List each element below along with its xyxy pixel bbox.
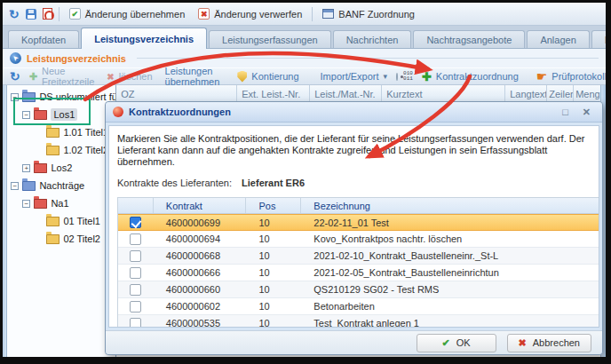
tab-anlagen[interactable]: Anlagen bbox=[527, 30, 589, 49]
collapse-icon[interactable]: − bbox=[11, 182, 19, 190]
tree-item-na-titel1[interactable]: 01 Titel1 bbox=[7, 212, 115, 230]
pdf-export-icon[interactable] bbox=[43, 8, 52, 20]
tree-item-na-titel2[interactable]: 02 Titel2 bbox=[7, 230, 115, 248]
column-header-langtext[interactable]: Langtext bbox=[505, 85, 547, 102]
tab-leistungserfassungen[interactable]: Leistungserfassungen bbox=[209, 30, 331, 49]
dialog-footer: ✔ OK ✖ Abbrechen bbox=[106, 330, 602, 354]
cell-pos: 10 bbox=[246, 218, 301, 228]
table-row[interactable]: 4600000694 10 Kovo_Kontraktpos nachtr. l… bbox=[118, 231, 599, 248]
collapse-icon[interactable]: − bbox=[22, 200, 30, 208]
collapse-icon[interactable]: − bbox=[11, 93, 19, 101]
folder-icon bbox=[46, 146, 60, 155]
row-checkbox[interactable] bbox=[130, 284, 141, 296]
cell-kontrakt: 4600000668 bbox=[154, 250, 247, 261]
cancel-button[interactable]: ✖ Abbrechen bbox=[507, 334, 591, 352]
dialog-description: Markieren Sie alle Kontraktpositionen, d… bbox=[117, 133, 591, 168]
tree-item-los2[interactable]: + Los2 bbox=[7, 159, 115, 177]
kontierung-button[interactable]: Kontierung bbox=[234, 69, 302, 84]
cell-bezeichnung: QS210129 SG02 - Test RMS bbox=[301, 284, 599, 295]
expand-icon[interactable]: + bbox=[22, 164, 30, 172]
kontierung-label: Kontierung bbox=[251, 71, 298, 82]
tree-item-label: 02 Titel2 bbox=[63, 233, 100, 244]
column-header-pos[interactable]: Pos bbox=[246, 198, 301, 213]
maximize-icon[interactable]: □ bbox=[558, 107, 573, 117]
tree-item-los1[interactable]: − Los1 bbox=[7, 106, 115, 123]
supplier-line: Kontrakte des Lieferanten: Lieferant ER6 bbox=[117, 178, 591, 188]
cell-pos: 10 bbox=[246, 233, 301, 244]
ok-button[interactable]: ✔ OK bbox=[417, 334, 496, 352]
import-export-menu[interactable]: Import/Export ▾ bbox=[317, 69, 392, 83]
banf-assignment-label: BANF Zuordnung bbox=[338, 9, 415, 20]
refresh-icon[interactable]: ↻ bbox=[10, 71, 20, 82]
folder-icon bbox=[46, 217, 60, 226]
kontraktzuordnung-button[interactable]: ✚ Kontraktzuordnung bbox=[418, 68, 522, 85]
close-icon[interactable]: ✕ bbox=[578, 107, 595, 118]
tab-leistungsverzeichnis[interactable]: Leistungsverzeichnis bbox=[81, 28, 207, 49]
row-checkbox[interactable] bbox=[130, 267, 141, 279]
tree-item-na1[interactable]: − Na1 bbox=[7, 194, 115, 212]
collapse-icon[interactable]: − bbox=[22, 111, 30, 119]
delete-button[interactable]: ✖ löschen bbox=[103, 69, 155, 83]
dialog-title: Kontraktzuordnungen bbox=[129, 107, 552, 117]
apply-check-icon: ✔ bbox=[69, 8, 81, 20]
eye-icon[interactable] bbox=[396, 73, 398, 81]
table-row[interactable]: 4600000602 10 Betonarbeiten bbox=[118, 298, 599, 315]
row-checkbox[interactable] bbox=[130, 217, 141, 228]
cell-pos: 10 bbox=[246, 284, 301, 295]
row-checkbox[interactable] bbox=[130, 250, 141, 262]
row-checkbox[interactable] bbox=[130, 233, 141, 245]
binary-data-icon[interactable]: 010 011 bbox=[403, 71, 413, 82]
cell-bezeichnung: Test_Kontrakt anlegen 1 bbox=[301, 318, 599, 328]
column-header-leist-mat-nr[interactable]: Leist./Mat.-Nr. bbox=[310, 85, 382, 102]
row-checkbox[interactable] bbox=[130, 318, 141, 328]
back-arrow-icon[interactable]: ➤ bbox=[10, 52, 21, 64]
folder-icon bbox=[46, 128, 60, 138]
refresh-icon[interactable]: ↻ bbox=[9, 9, 20, 20]
tab-kopfdaten[interactable]: Kopfdaten bbox=[8, 30, 79, 49]
column-header-kurztext[interactable]: Kurztext bbox=[382, 85, 505, 102]
tree-item-label: 1.01 Titel1 bbox=[63, 127, 108, 138]
contracts-table-header: Kontrakt Pos Bezeichnung bbox=[118, 198, 599, 214]
tree-item-label: 01 Titel1 bbox=[63, 216, 100, 226]
tree-item-titel2[interactable]: 1.02 Titel2 bbox=[7, 141, 115, 159]
discard-changes-button[interactable]: ✖ Änderung verwerfen bbox=[194, 6, 306, 21]
cell-kontrakt: 4600000660 bbox=[154, 284, 247, 295]
table-row[interactable]: 4600000666 10 2021-02-05_Kontrakt_Bauste… bbox=[118, 265, 599, 281]
dialog-body: Markieren Sie alle Kontraktpositionen, d… bbox=[108, 125, 599, 328]
tab-nachtragsangebote[interactable]: Nachtragsangebote bbox=[413, 30, 525, 49]
dialog-titlebar[interactable]: Kontraktzuordnungen □ ✕ bbox=[106, 102, 602, 123]
import-export-label: Import/Export bbox=[321, 71, 379, 82]
discard-icon: ✖ bbox=[198, 8, 210, 20]
apply-changes-button[interactable]: ✔ Änderung übernehmen bbox=[66, 6, 189, 21]
tree-item-nachtraege[interactable]: − Nachträge bbox=[7, 177, 115, 194]
tab-notizen[interactable]: Notizen bbox=[591, 30, 606, 49]
row-checkbox[interactable] bbox=[130, 301, 141, 313]
tree-item-titel1[interactable]: 1.01 Titel1 bbox=[7, 123, 115, 141]
tree-item-label: Los1 bbox=[51, 108, 77, 121]
table-row[interactable]: 4600000535 10 Test_Kontrakt anlegen 1 bbox=[118, 315, 599, 328]
column-header-menge[interactable]: Meng bbox=[574, 85, 600, 102]
column-header-kontrakt[interactable]: Kontrakt bbox=[154, 198, 247, 213]
table-row[interactable]: 4600000660 10 QS210129 SG02 - Test RMS bbox=[118, 281, 599, 298]
lv-toolbar: ↻ ✚ Neue Freitextzeile ✖ löschen Leistun… bbox=[3, 67, 606, 85]
table-row[interactable]: 4600000668 10 2021-02-10_Kontrakt_Bauste… bbox=[118, 248, 599, 265]
header-rule bbox=[137, 58, 599, 59]
column-header-bezeichnung[interactable]: Bezeichnung bbox=[301, 198, 599, 213]
save-icon[interactable] bbox=[26, 9, 36, 20]
tree-item-label: Na1 bbox=[51, 198, 68, 209]
banf-assignment-button[interactable]: BANF Zuordnung bbox=[319, 7, 418, 21]
tree-item-root[interactable]: − DS unkumuliert für Tests zu bbox=[7, 88, 115, 106]
new-freetext-label: Neue Freitextzeile bbox=[42, 66, 94, 87]
tab-nachrichten[interactable]: Nachrichten bbox=[333, 30, 412, 49]
pruefprotokoll-button[interactable]: ☛ Prüfprotokoll bbox=[533, 69, 606, 83]
contracts-table: Kontrakt Pos Bezeichnung 4600000699 10 2… bbox=[117, 197, 599, 328]
banf-icon bbox=[322, 9, 334, 19]
grid-header-row: OZ Ext. Leist.-Nr. Leist./Mat.-Nr. Kurzt… bbox=[116, 85, 600, 103]
tree-item-label: DS unkumuliert für Tests zu bbox=[39, 91, 116, 102]
app-window: ↻ ✔ Änderung übernehmen ✖ Änderung verwe… bbox=[3, 3, 606, 357]
toolbar-separator bbox=[312, 7, 313, 21]
table-row[interactable]: 4600000699 10 22-02-11_01 Test bbox=[118, 214, 599, 231]
column-header-oz[interactable]: OZ bbox=[116, 85, 237, 102]
column-header-zeilenart[interactable]: Zeilenart bbox=[547, 85, 574, 102]
column-header-ext-leist-nr[interactable]: Ext. Leist.-Nr. bbox=[237, 85, 310, 102]
